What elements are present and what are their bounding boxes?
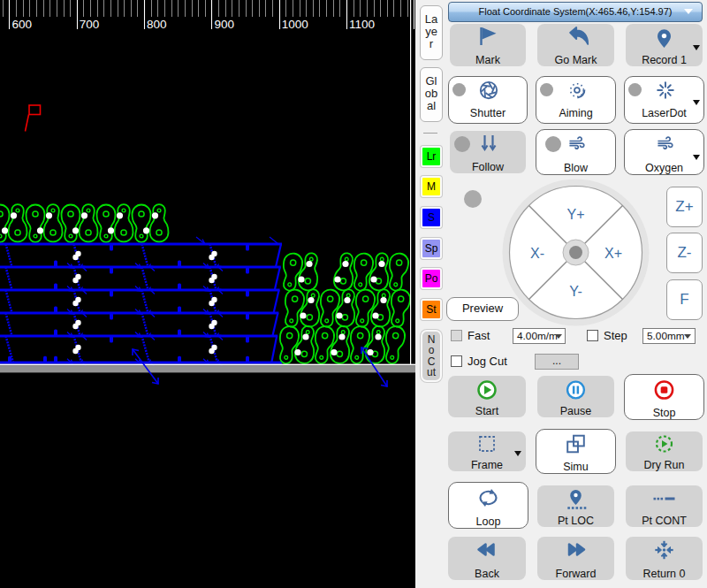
- svg-text:X-: X-: [530, 246, 544, 261]
- svg-text:X+: X+: [604, 246, 622, 261]
- svg-text:900: 900: [214, 18, 234, 31]
- svg-text:1100: 1100: [349, 18, 375, 31]
- svg-text:1000: 1000: [282, 18, 308, 31]
- svg-text:Y+: Y+: [566, 207, 584, 222]
- svg-text:700: 700: [80, 18, 100, 31]
- svg-text:800: 800: [147, 18, 167, 31]
- svg-text:600: 600: [12, 18, 33, 31]
- svg-text:Y-: Y-: [569, 284, 582, 299]
